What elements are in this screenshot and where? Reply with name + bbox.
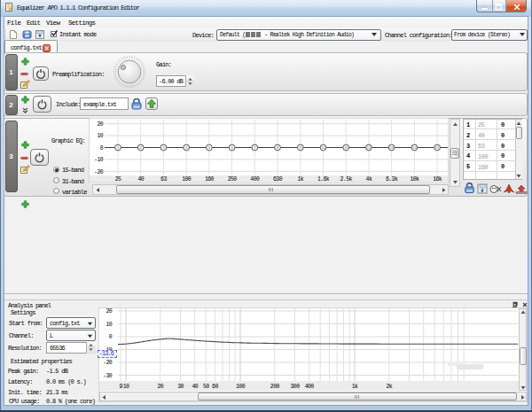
- svg-text:14: 14: [412, 145, 417, 150]
- svg-text:400: 400: [305, 384, 315, 390]
- svg-text:4k: 4k: [366, 176, 372, 183]
- svg-text:10k: 10k: [410, 176, 419, 183]
- svg-text:250: 250: [228, 176, 238, 183]
- svg-text:1k: 1k: [297, 176, 303, 183]
- svg-text:30: 30: [177, 384, 184, 390]
- svg-text:200: 200: [270, 384, 280, 390]
- svg-text:11: 11: [344, 145, 348, 150]
- svg-text:-20: -20: [94, 169, 104, 175]
- svg-text:-30: -30: [103, 373, 113, 379]
- svg-text:100: 100: [236, 384, 246, 390]
- svg-text:60: 60: [212, 384, 218, 390]
- svg-text:2.5k: 2.5k: [340, 176, 353, 183]
- svg-text:10: 10: [321, 145, 325, 150]
- svg-text:630: 630: [273, 176, 283, 183]
- svg-text:12: 12: [367, 145, 372, 150]
- svg-text:1.6k: 1.6k: [317, 176, 330, 183]
- svg-text:16k: 16k: [433, 176, 442, 183]
- svg-text:160: 160: [205, 176, 215, 183]
- svg-text:20: 20: [97, 121, 103, 128]
- svg-text:-20: -20: [103, 360, 113, 366]
- svg-text:10: 10: [106, 322, 112, 328]
- svg-text:25: 25: [115, 176, 121, 183]
- svg-text:300: 300: [291, 384, 301, 390]
- svg-text:6.3k: 6.3k: [386, 176, 398, 183]
- svg-text:2k: 2k: [386, 384, 392, 390]
- svg-text:1k: 1k: [352, 384, 358, 390]
- svg-text:400: 400: [250, 176, 260, 183]
- svg-text:20: 20: [106, 308, 112, 315]
- svg-text:-10: -10: [94, 157, 104, 163]
- svg-text:10: 10: [123, 384, 129, 390]
- svg-text:63: 63: [160, 176, 167, 183]
- svg-text:20: 20: [157, 384, 163, 390]
- svg-text:10: 10: [97, 133, 103, 139]
- svg-text:13: 13: [389, 145, 394, 150]
- svg-text:100: 100: [182, 176, 192, 183]
- svg-text:15: 15: [435, 145, 440, 150]
- svg-text:40: 40: [192, 384, 198, 390]
- svg-text:50: 50: [203, 384, 209, 390]
- svg-text:40: 40: [137, 176, 144, 183]
